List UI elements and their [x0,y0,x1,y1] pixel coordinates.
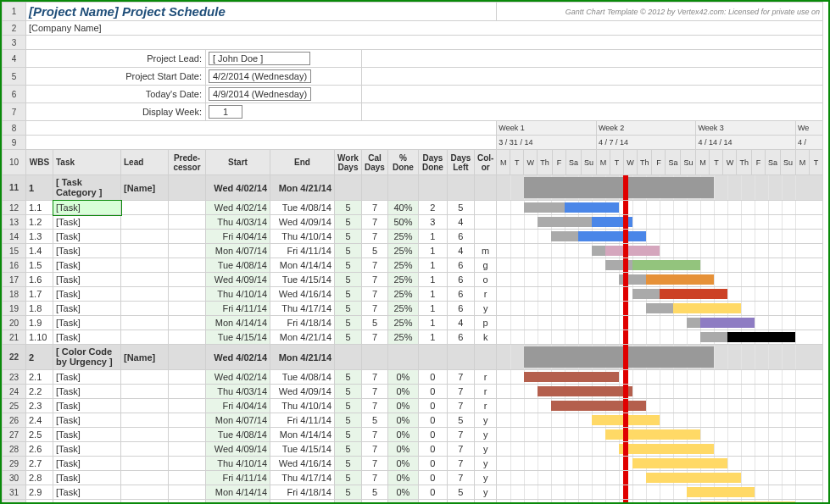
cell-col[interactable] [474,201,496,215]
cell-dd[interactable]: 0 [418,500,447,505]
cell-dl[interactable]: 7 [447,471,474,485]
cell-task[interactable]: [Task] [53,273,121,287]
cell-pct[interactable]: 0% [387,370,418,385]
cell-predecessor[interactable] [169,330,206,345]
task-row[interactable]: 292.7[Task]Thu 4/10/14Wed 4/16/14570%07y [3,457,823,471]
task-row[interactable]: 151.4[Task]Mon 4/07/14Fri 4/11/145525%14… [3,244,823,258]
cell-wd[interactable]: 5 [335,330,362,345]
cell-cd[interactable]: 7 [362,287,388,302]
cell-pct[interactable]: 0% [387,500,418,505]
cell-pct[interactable]: 25% [387,316,418,330]
project-lead-value[interactable]: [ John Doe ] [209,52,310,65]
cell-lead[interactable] [121,215,169,230]
cell-col[interactable]: y [474,302,496,316]
cell-task[interactable]: [Task] [53,485,121,500]
cell-predecessor[interactable] [169,244,206,258]
cell-cd[interactable]: 7 [362,258,388,273]
cell-wbs[interactable]: 1.4 [26,244,53,258]
task-row[interactable]: 282.6[Task]Wed 4/09/14Tue 4/15/14570%07y [3,442,823,457]
cell-col[interactable]: r [474,370,496,385]
cell-dl[interactable]: 6 [447,330,474,345]
col-header-days-left[interactable]: Days Left [447,150,474,175]
col-header-color[interactable]: Col- or [474,150,496,175]
cell-cd[interactable]: 7 [362,385,388,399]
cell-pct[interactable]: 0% [387,385,418,399]
col-header-end[interactable]: End [270,150,335,175]
task-row[interactable]: 312.9[Task]Mon 4/14/14Fri 4/18/14550%05y [3,485,823,500]
cell-start[interactable]: Mon 4/14/14 [206,316,270,330]
cell-col[interactable]: y [474,500,496,505]
cell-lead[interactable] [121,201,169,215]
cell-dl[interactable]: 7 [447,385,474,399]
cell-dd[interactable]: 1 [418,258,447,273]
cell-lead[interactable] [121,302,169,316]
cell-lead[interactable] [121,500,169,505]
cell-lead[interactable] [121,457,169,471]
cell-cd[interactable] [362,175,388,201]
cell-pct[interactable]: 0% [387,471,418,485]
cell-predecessor[interactable] [169,345,206,370]
spreadsheet-table[interactable]: 1[Project Name] Project ScheduleGantt Ch… [2,2,823,504]
cell-col[interactable]: y [474,485,496,500]
cell-task[interactable]: [Task] [53,442,121,457]
cell-wd[interactable]: 5 [335,500,362,505]
cell-task[interactable]: [Task] [53,385,121,399]
cell-end[interactable]: Thu 4/10/14 [270,230,335,244]
cell-cd[interactable]: 5 [362,413,388,428]
cell-end[interactable]: Tue 4/08/14 [270,370,335,385]
cell-dd[interactable]: 0 [418,442,447,457]
cell-wbs[interactable]: 2 [26,345,53,370]
cell-predecessor[interactable] [169,175,206,201]
task-row[interactable]: 131.2[Task]Thu 4/03/14Wed 4/09/145750%34 [3,215,823,230]
cell-start[interactable]: Thu 4/03/14 [206,215,270,230]
cell-cd[interactable]: 7 [362,471,388,485]
cell-pct[interactable]: 0% [387,399,418,413]
cell-col[interactable]: y [474,442,496,457]
cell-wbs[interactable]: 1.7 [26,287,53,302]
col-header-predecessor[interactable]: Prede- cessor [169,150,206,175]
cell-wbs[interactable]: 1.3 [26,230,53,244]
cell-pct[interactable]: 0% [387,428,418,442]
cell-cd[interactable]: 5 [362,244,388,258]
cell-cd[interactable] [362,345,388,370]
cell-task[interactable]: [Task] [53,201,121,215]
cell-wbs[interactable]: 1.1 [26,201,53,215]
cell-end[interactable]: Wed 4/09/14 [270,215,335,230]
cell-cd[interactable]: 7 [362,457,388,471]
col-header-wbs[interactable]: WBS [26,150,53,175]
cell-wd[interactable]: 5 [335,316,362,330]
cell-cd[interactable]: 7 [362,442,388,457]
cell-predecessor[interactable] [169,201,206,215]
task-row[interactable]: 171.6[Task]Wed 4/09/14Tue 4/15/145725%16… [3,273,823,287]
task-row[interactable]: 272.5[Task]Tue 4/08/14Mon 4/14/14570%07y [3,428,823,442]
cell-dd[interactable]: 0 [418,413,447,428]
cell-pct[interactable]: 40% [387,201,418,215]
todays-date-value[interactable]: 4/9/2014 (Wednesday) [209,87,311,101]
cell-dl[interactable]: 6 [447,302,474,316]
cell-col[interactable]: r [474,385,496,399]
cell-dl[interactable]: 4 [447,316,474,330]
cell-pct[interactable]: 25% [387,330,418,345]
cell-dl[interactable]: 7 [447,370,474,385]
cell-col[interactable]: k [474,330,496,345]
task-row[interactable]: 191.8[Task]Fri 4/11/14Thu 4/17/145725%16… [3,302,823,316]
cell-task[interactable]: [Task] [53,287,121,302]
task-row[interactable]: 252.3[Task]Fri 4/04/14Thu 4/10/14570%07r [3,399,823,413]
cell-dl[interactable] [447,175,474,201]
cell-start[interactable]: Wed 4/02/14 [206,175,270,201]
cell-col[interactable]: r [474,399,496,413]
cell-cd[interactable]: 7 [362,215,388,230]
cell-task[interactable]: [Task] [53,471,121,485]
cell-dd[interactable]: 0 [418,399,447,413]
cell-wd[interactable]: 5 [335,385,362,399]
cell-start[interactable]: Fri 4/04/14 [206,230,270,244]
cell-col[interactable]: y [474,428,496,442]
cell-dd[interactable]: 3 [418,215,447,230]
cell-dl[interactable]: 5 [447,485,474,500]
cell-lead[interactable] [121,370,169,385]
cell-task[interactable]: [Task] [53,370,121,385]
cell-dd[interactable]: 0 [418,457,447,471]
cell-predecessor[interactable] [169,370,206,385]
cell-lead[interactable] [121,428,169,442]
cell-lead[interactable] [121,399,169,413]
